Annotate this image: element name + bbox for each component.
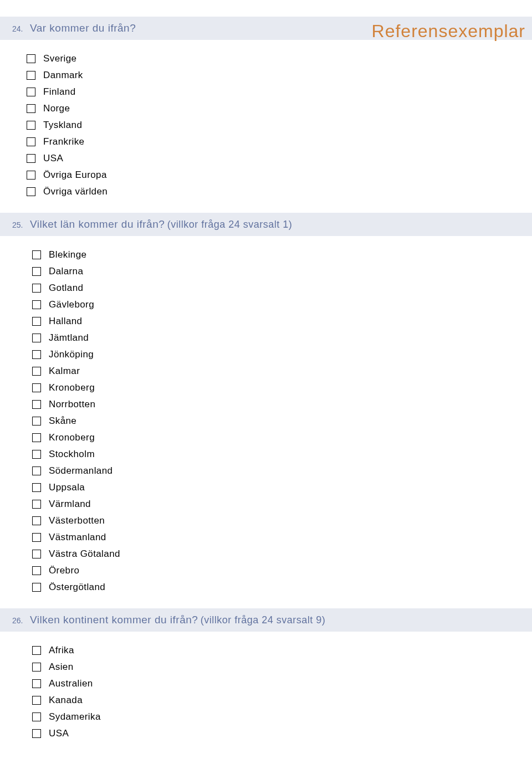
checkbox-option[interactable]: Övriga Europa bbox=[27, 170, 532, 181]
checkbox-option[interactable]: Jönköping bbox=[32, 349, 532, 360]
checkbox-option[interactable]: Kronoberg bbox=[32, 432, 532, 443]
checkbox-icon[interactable] bbox=[27, 104, 35, 113]
checkbox-option[interactable]: Övriga världen bbox=[27, 186, 532, 197]
checkbox-option[interactable]: Värmland bbox=[32, 499, 532, 510]
checkbox-icon[interactable] bbox=[32, 433, 41, 442]
checkbox-icon[interactable] bbox=[32, 400, 41, 409]
question-25-bar: 25. Vilket län kommer du ifrån? (villkor… bbox=[0, 213, 532, 236]
checkbox-icon[interactable] bbox=[32, 300, 41, 309]
checkbox-option[interactable]: Västmanland bbox=[32, 532, 532, 543]
checkbox-icon[interactable] bbox=[32, 334, 41, 342]
checkbox-option[interactable]: Kalmar bbox=[32, 366, 532, 377]
checkbox-option[interactable]: Blekinge bbox=[32, 249, 532, 260]
question-25-number: 25. bbox=[12, 221, 23, 229]
checkbox-option[interactable]: Norge bbox=[27, 103, 532, 114]
checkbox-icon[interactable] bbox=[32, 713, 41, 721]
option-label: Stockholm bbox=[49, 449, 95, 460]
option-label: Skåne bbox=[49, 416, 76, 427]
checkbox-icon[interactable] bbox=[32, 450, 41, 459]
checkbox-icon[interactable] bbox=[32, 417, 41, 426]
checkbox-icon[interactable] bbox=[27, 121, 35, 130]
checkbox-icon[interactable] bbox=[27, 171, 35, 180]
page-container: Referensexemplar 24. Var kommer du ifrån… bbox=[0, 17, 532, 774]
checkbox-option[interactable]: Sydamerika bbox=[32, 711, 532, 722]
checkbox-option[interactable]: Dalarna bbox=[32, 266, 532, 277]
checkbox-icon[interactable] bbox=[32, 250, 41, 259]
checkbox-icon[interactable] bbox=[32, 467, 41, 475]
checkbox-icon[interactable] bbox=[32, 679, 41, 688]
checkbox-icon[interactable] bbox=[32, 516, 41, 525]
checkbox-option[interactable]: Asien bbox=[32, 662, 532, 673]
option-label: Asien bbox=[49, 662, 74, 673]
checkbox-option[interactable]: Sverige bbox=[27, 53, 532, 64]
option-label: Finland bbox=[43, 86, 76, 98]
option-label: Östergötland bbox=[49, 582, 105, 593]
option-label: Örebro bbox=[49, 565, 79, 576]
question-26-bar: 26. Vilken kontinent kommer du ifrån? (v… bbox=[0, 608, 532, 632]
checkbox-option[interactable]: Örebro bbox=[32, 565, 532, 576]
question-24-options: SverigeDanmarkFinlandNorgeTysklandFrankr… bbox=[0, 40, 532, 213]
checkbox-option[interactable]: Skåne bbox=[32, 416, 532, 427]
checkbox-option[interactable]: Kronoberg bbox=[32, 382, 532, 393]
checkbox-icon[interactable] bbox=[27, 71, 35, 80]
question-24-number: 24. bbox=[12, 24, 23, 33]
checkbox-icon[interactable] bbox=[32, 533, 41, 542]
checkbox-option[interactable]: Halland bbox=[32, 316, 532, 327]
checkbox-option[interactable]: Finland bbox=[27, 86, 532, 98]
checkbox-icon[interactable] bbox=[32, 583, 41, 592]
option-label: Jämtland bbox=[49, 332, 89, 344]
question-24-text: Var kommer du ifrån? bbox=[30, 22, 136, 34]
question-26-condition: (villkor fråga 24 svarsalt 9) bbox=[201, 614, 326, 626]
checkbox-icon[interactable] bbox=[27, 54, 35, 63]
checkbox-option[interactable]: Västerbotten bbox=[32, 515, 532, 526]
option-label: Norge bbox=[43, 103, 70, 114]
checkbox-icon[interactable] bbox=[32, 646, 41, 655]
checkbox-option[interactable]: Stockholm bbox=[32, 449, 532, 460]
checkbox-icon[interactable] bbox=[32, 367, 41, 376]
option-label: Övriga världen bbox=[43, 186, 108, 197]
checkbox-icon[interactable] bbox=[32, 383, 41, 392]
checkbox-icon[interactable] bbox=[32, 729, 41, 738]
checkbox-icon[interactable] bbox=[32, 317, 41, 326]
checkbox-option[interactable]: USA bbox=[32, 728, 532, 739]
checkbox-icon[interactable] bbox=[32, 350, 41, 359]
checkbox-icon[interactable] bbox=[32, 284, 41, 293]
checkbox-icon[interactable] bbox=[27, 137, 35, 146]
option-label: Kronoberg bbox=[49, 382, 95, 393]
checkbox-option[interactable]: Jämtland bbox=[32, 332, 532, 344]
option-label: Afrika bbox=[49, 645, 74, 656]
checkbox-icon[interactable] bbox=[27, 154, 35, 163]
checkbox-option[interactable]: Danmark bbox=[27, 70, 532, 81]
checkbox-option[interactable]: Australien bbox=[32, 678, 532, 689]
checkbox-icon[interactable] bbox=[32, 483, 41, 492]
question-25-condition: (villkor fråga 24 svarsalt 1) bbox=[167, 219, 293, 230]
option-label: Södermanland bbox=[49, 465, 112, 476]
checkbox-icon[interactable] bbox=[32, 550, 41, 558]
checkbox-option[interactable]: Gävleborg bbox=[32, 299, 532, 310]
option-label: Jönköping bbox=[49, 349, 94, 360]
checkbox-icon[interactable] bbox=[32, 500, 41, 509]
checkbox-option[interactable]: Norrbotten bbox=[32, 399, 532, 410]
checkbox-icon[interactable] bbox=[32, 267, 41, 276]
checkbox-icon[interactable] bbox=[32, 663, 41, 672]
checkbox-option[interactable]: USA bbox=[27, 153, 532, 164]
option-label: Värmland bbox=[49, 499, 91, 510]
watermark-label: Referensexemplar bbox=[372, 21, 525, 42]
checkbox-option[interactable]: Södermanland bbox=[32, 465, 532, 476]
checkbox-option[interactable]: Afrika bbox=[32, 645, 532, 656]
checkbox-option[interactable]: Frankrike bbox=[27, 136, 532, 147]
question-26-options: AfrikaAsienAustralienKanadaSydamerikaUSA bbox=[0, 632, 532, 755]
question-25-options: BlekingeDalarnaGotlandGävleborgHallandJä… bbox=[0, 236, 532, 608]
checkbox-icon[interactable] bbox=[27, 187, 35, 196]
option-label: Kronoberg bbox=[49, 432, 95, 443]
checkbox-option[interactable]: Kanada bbox=[32, 695, 532, 706]
checkbox-icon[interactable] bbox=[32, 566, 41, 575]
checkbox-icon[interactable] bbox=[27, 88, 35, 96]
option-label: Frankrike bbox=[43, 136, 84, 147]
checkbox-option[interactable]: Uppsala bbox=[32, 482, 532, 493]
checkbox-option[interactable]: Tyskland bbox=[27, 120, 532, 131]
checkbox-icon[interactable] bbox=[32, 696, 41, 705]
checkbox-option[interactable]: Västra Götaland bbox=[32, 549, 532, 560]
checkbox-option[interactable]: Östergötland bbox=[32, 582, 532, 593]
checkbox-option[interactable]: Gotland bbox=[32, 283, 532, 294]
